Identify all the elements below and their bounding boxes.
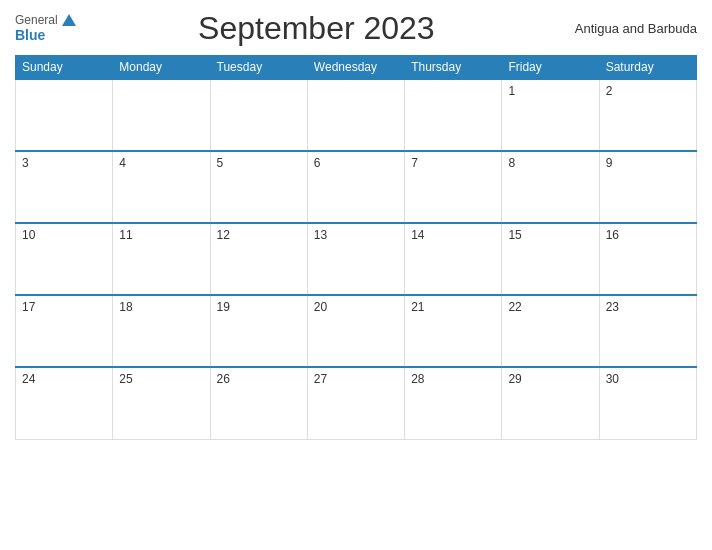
week-row-4: 17181920212223 — [16, 295, 697, 367]
weekday-header-monday: Monday — [113, 56, 210, 80]
calendar-cell: 6 — [307, 151, 404, 223]
calendar-cell: 20 — [307, 295, 404, 367]
calendar-cell — [16, 79, 113, 151]
week-row-1: 12 — [16, 79, 697, 151]
day-number: 30 — [606, 372, 619, 386]
calendar-cell: 14 — [405, 223, 502, 295]
logo: General Blue — [15, 13, 76, 44]
calendar-cell: 27 — [307, 367, 404, 439]
day-number: 11 — [119, 228, 132, 242]
day-number: 19 — [217, 300, 230, 314]
day-number: 4 — [119, 156, 126, 170]
day-number: 10 — [22, 228, 35, 242]
calendar-cell — [307, 79, 404, 151]
day-number: 6 — [314, 156, 321, 170]
calendar-cell: 26 — [210, 367, 307, 439]
day-number: 14 — [411, 228, 424, 242]
calendar-cell: 1 — [502, 79, 599, 151]
day-number: 18 — [119, 300, 132, 314]
calendar-cell: 8 — [502, 151, 599, 223]
day-number: 26 — [217, 372, 230, 386]
day-number: 12 — [217, 228, 230, 242]
calendar-cell: 9 — [599, 151, 696, 223]
weekday-header-wednesday: Wednesday — [307, 56, 404, 80]
calendar-cell: 28 — [405, 367, 502, 439]
week-row-2: 3456789 — [16, 151, 697, 223]
weekday-header-sunday: Sunday — [16, 56, 113, 80]
logo-triangle-icon — [62, 14, 76, 26]
day-number: 21 — [411, 300, 424, 314]
calendar-cell: 17 — [16, 295, 113, 367]
day-number: 23 — [606, 300, 619, 314]
calendar-cell: 18 — [113, 295, 210, 367]
day-number: 27 — [314, 372, 327, 386]
calendar-cell: 12 — [210, 223, 307, 295]
week-row-3: 10111213141516 — [16, 223, 697, 295]
calendar-cell: 5 — [210, 151, 307, 223]
calendar-cell: 10 — [16, 223, 113, 295]
calendar-cell: 29 — [502, 367, 599, 439]
calendar-cell — [405, 79, 502, 151]
weekday-header-saturday: Saturday — [599, 56, 696, 80]
day-number: 9 — [606, 156, 613, 170]
country-label: Antigua and Barbuda — [557, 21, 697, 36]
calendar-header: General Blue September 2023 Antigua and … — [15, 10, 697, 47]
day-number: 22 — [508, 300, 521, 314]
day-number: 3 — [22, 156, 29, 170]
day-number: 20 — [314, 300, 327, 314]
day-number: 25 — [119, 372, 132, 386]
day-number: 8 — [508, 156, 515, 170]
logo-blue-text: Blue — [15, 27, 45, 44]
day-number: 1 — [508, 84, 515, 98]
weekday-header-friday: Friday — [502, 56, 599, 80]
calendar-cell: 7 — [405, 151, 502, 223]
calendar-cell: 3 — [16, 151, 113, 223]
calendar-cell: 16 — [599, 223, 696, 295]
day-number: 24 — [22, 372, 35, 386]
calendar-cell: 4 — [113, 151, 210, 223]
weekday-header-tuesday: Tuesday — [210, 56, 307, 80]
calendar-cell: 23 — [599, 295, 696, 367]
calendar-cell: 13 — [307, 223, 404, 295]
week-row-5: 24252627282930 — [16, 367, 697, 439]
day-number: 5 — [217, 156, 224, 170]
calendar-cell: 19 — [210, 295, 307, 367]
month-title: September 2023 — [76, 10, 557, 47]
day-number: 29 — [508, 372, 521, 386]
day-number: 13 — [314, 228, 327, 242]
day-number: 2 — [606, 84, 613, 98]
calendar-cell — [210, 79, 307, 151]
calendar-cell: 24 — [16, 367, 113, 439]
day-number: 15 — [508, 228, 521, 242]
weekday-header-thursday: Thursday — [405, 56, 502, 80]
calendar-cell: 15 — [502, 223, 599, 295]
day-number: 16 — [606, 228, 619, 242]
calendar-cell — [113, 79, 210, 151]
calendar-cell: 11 — [113, 223, 210, 295]
calendar-container: General Blue September 2023 Antigua and … — [0, 0, 712, 550]
calendar-cell: 25 — [113, 367, 210, 439]
logo-general-text: General — [15, 13, 58, 27]
day-number: 7 — [411, 156, 418, 170]
calendar-cell: 22 — [502, 295, 599, 367]
day-number: 17 — [22, 300, 35, 314]
calendar-grid: SundayMondayTuesdayWednesdayThursdayFrid… — [15, 55, 697, 440]
day-number: 28 — [411, 372, 424, 386]
calendar-cell: 2 — [599, 79, 696, 151]
weekday-header-row: SundayMondayTuesdayWednesdayThursdayFrid… — [16, 56, 697, 80]
calendar-cell: 21 — [405, 295, 502, 367]
calendar-cell: 30 — [599, 367, 696, 439]
